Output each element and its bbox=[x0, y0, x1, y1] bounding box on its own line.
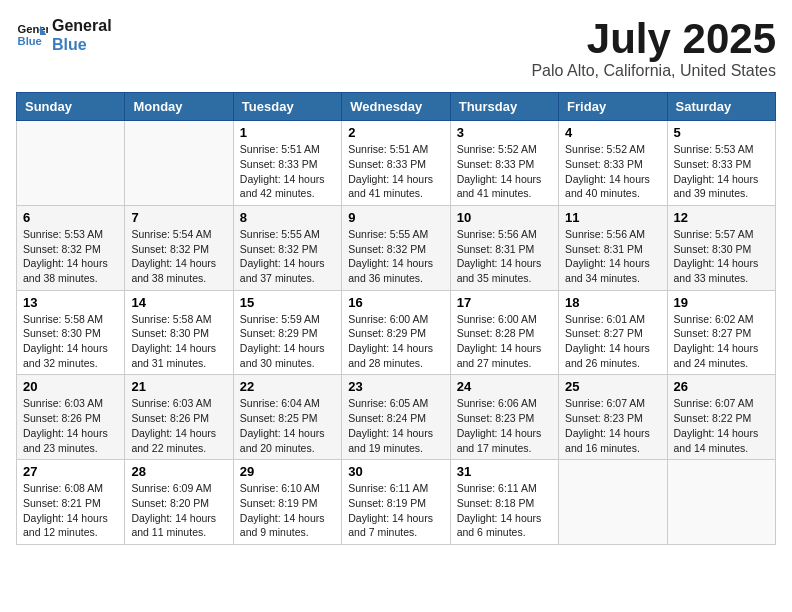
day-info: Sunrise: 6:07 AM Sunset: 8:22 PM Dayligh… bbox=[674, 396, 769, 455]
calendar-table: SundayMondayTuesdayWednesdayThursdayFrid… bbox=[16, 92, 776, 545]
day-header-tuesday: Tuesday bbox=[233, 93, 341, 121]
calendar-cell: 3Sunrise: 5:52 AM Sunset: 8:33 PM Daylig… bbox=[450, 121, 558, 206]
day-info: Sunrise: 6:06 AM Sunset: 8:23 PM Dayligh… bbox=[457, 396, 552, 455]
day-number: 1 bbox=[240, 125, 335, 140]
day-number: 30 bbox=[348, 464, 443, 479]
day-info: Sunrise: 5:55 AM Sunset: 8:32 PM Dayligh… bbox=[240, 227, 335, 286]
day-number: 8 bbox=[240, 210, 335, 225]
day-number: 4 bbox=[565, 125, 660, 140]
day-info: Sunrise: 6:09 AM Sunset: 8:20 PM Dayligh… bbox=[131, 481, 226, 540]
calendar-cell: 11Sunrise: 5:56 AM Sunset: 8:31 PM Dayli… bbox=[559, 205, 667, 290]
day-info: Sunrise: 6:00 AM Sunset: 8:28 PM Dayligh… bbox=[457, 312, 552, 371]
calendar-cell: 28Sunrise: 6:09 AM Sunset: 8:20 PM Dayli… bbox=[125, 460, 233, 545]
day-number: 11 bbox=[565, 210, 660, 225]
calendar-cell: 15Sunrise: 5:59 AM Sunset: 8:29 PM Dayli… bbox=[233, 290, 341, 375]
calendar-cell: 31Sunrise: 6:11 AM Sunset: 8:18 PM Dayli… bbox=[450, 460, 558, 545]
day-number: 21 bbox=[131, 379, 226, 394]
calendar-cell: 6Sunrise: 5:53 AM Sunset: 8:32 PM Daylig… bbox=[17, 205, 125, 290]
day-header-thursday: Thursday bbox=[450, 93, 558, 121]
day-info: Sunrise: 6:05 AM Sunset: 8:24 PM Dayligh… bbox=[348, 396, 443, 455]
week-row-4: 20Sunrise: 6:03 AM Sunset: 8:26 PM Dayli… bbox=[17, 375, 776, 460]
day-info: Sunrise: 5:53 AM Sunset: 8:33 PM Dayligh… bbox=[674, 142, 769, 201]
calendar-cell: 2Sunrise: 5:51 AM Sunset: 8:33 PM Daylig… bbox=[342, 121, 450, 206]
week-row-5: 27Sunrise: 6:08 AM Sunset: 8:21 PM Dayli… bbox=[17, 460, 776, 545]
day-info: Sunrise: 5:56 AM Sunset: 8:31 PM Dayligh… bbox=[565, 227, 660, 286]
day-number: 2 bbox=[348, 125, 443, 140]
day-info: Sunrise: 5:52 AM Sunset: 8:33 PM Dayligh… bbox=[565, 142, 660, 201]
day-header-wednesday: Wednesday bbox=[342, 93, 450, 121]
logo-icon: General Blue bbox=[16, 19, 48, 51]
calendar-cell: 17Sunrise: 6:00 AM Sunset: 8:28 PM Dayli… bbox=[450, 290, 558, 375]
week-row-3: 13Sunrise: 5:58 AM Sunset: 8:30 PM Dayli… bbox=[17, 290, 776, 375]
day-number: 7 bbox=[131, 210, 226, 225]
day-info: Sunrise: 5:58 AM Sunset: 8:30 PM Dayligh… bbox=[131, 312, 226, 371]
day-info: Sunrise: 5:55 AM Sunset: 8:32 PM Dayligh… bbox=[348, 227, 443, 286]
day-header-friday: Friday bbox=[559, 93, 667, 121]
day-info: Sunrise: 5:57 AM Sunset: 8:30 PM Dayligh… bbox=[674, 227, 769, 286]
calendar-header: SundayMondayTuesdayWednesdayThursdayFrid… bbox=[17, 93, 776, 121]
day-info: Sunrise: 6:01 AM Sunset: 8:27 PM Dayligh… bbox=[565, 312, 660, 371]
page-subtitle: Palo Alto, California, United States bbox=[531, 62, 776, 80]
day-info: Sunrise: 6:08 AM Sunset: 8:21 PM Dayligh… bbox=[23, 481, 118, 540]
day-number: 5 bbox=[674, 125, 769, 140]
day-header-monday: Monday bbox=[125, 93, 233, 121]
calendar-cell: 21Sunrise: 6:03 AM Sunset: 8:26 PM Dayli… bbox=[125, 375, 233, 460]
day-number: 26 bbox=[674, 379, 769, 394]
calendar-cell: 7Sunrise: 5:54 AM Sunset: 8:32 PM Daylig… bbox=[125, 205, 233, 290]
calendar-cell: 29Sunrise: 6:10 AM Sunset: 8:19 PM Dayli… bbox=[233, 460, 341, 545]
day-info: Sunrise: 5:51 AM Sunset: 8:33 PM Dayligh… bbox=[240, 142, 335, 201]
day-number: 9 bbox=[348, 210, 443, 225]
day-number: 18 bbox=[565, 295, 660, 310]
week-row-1: 1Sunrise: 5:51 AM Sunset: 8:33 PM Daylig… bbox=[17, 121, 776, 206]
day-number: 14 bbox=[131, 295, 226, 310]
week-row-2: 6Sunrise: 5:53 AM Sunset: 8:32 PM Daylig… bbox=[17, 205, 776, 290]
calendar-cell: 1Sunrise: 5:51 AM Sunset: 8:33 PM Daylig… bbox=[233, 121, 341, 206]
day-info: Sunrise: 6:04 AM Sunset: 8:25 PM Dayligh… bbox=[240, 396, 335, 455]
day-info: Sunrise: 5:54 AM Sunset: 8:32 PM Dayligh… bbox=[131, 227, 226, 286]
day-number: 13 bbox=[23, 295, 118, 310]
day-info: Sunrise: 5:53 AM Sunset: 8:32 PM Dayligh… bbox=[23, 227, 118, 286]
day-header-saturday: Saturday bbox=[667, 93, 775, 121]
day-number: 24 bbox=[457, 379, 552, 394]
day-info: Sunrise: 6:00 AM Sunset: 8:29 PM Dayligh… bbox=[348, 312, 443, 371]
day-number: 12 bbox=[674, 210, 769, 225]
page-title: July 2025 bbox=[531, 16, 776, 62]
calendar-cell: 13Sunrise: 5:58 AM Sunset: 8:30 PM Dayli… bbox=[17, 290, 125, 375]
day-info: Sunrise: 6:02 AM Sunset: 8:27 PM Dayligh… bbox=[674, 312, 769, 371]
day-info: Sunrise: 5:51 AM Sunset: 8:33 PM Dayligh… bbox=[348, 142, 443, 201]
day-number: 29 bbox=[240, 464, 335, 479]
calendar-cell: 23Sunrise: 6:05 AM Sunset: 8:24 PM Dayli… bbox=[342, 375, 450, 460]
day-number: 15 bbox=[240, 295, 335, 310]
day-number: 10 bbox=[457, 210, 552, 225]
logo: General Blue General Blue bbox=[16, 16, 112, 54]
day-number: 17 bbox=[457, 295, 552, 310]
calendar-cell: 5Sunrise: 5:53 AM Sunset: 8:33 PM Daylig… bbox=[667, 121, 775, 206]
day-number: 3 bbox=[457, 125, 552, 140]
day-number: 6 bbox=[23, 210, 118, 225]
day-info: Sunrise: 6:07 AM Sunset: 8:23 PM Dayligh… bbox=[565, 396, 660, 455]
calendar-cell: 14Sunrise: 5:58 AM Sunset: 8:30 PM Dayli… bbox=[125, 290, 233, 375]
calendar-cell bbox=[667, 460, 775, 545]
calendar-cell: 18Sunrise: 6:01 AM Sunset: 8:27 PM Dayli… bbox=[559, 290, 667, 375]
day-number: 16 bbox=[348, 295, 443, 310]
calendar-cell bbox=[559, 460, 667, 545]
calendar-cell: 4Sunrise: 5:52 AM Sunset: 8:33 PM Daylig… bbox=[559, 121, 667, 206]
day-info: Sunrise: 6:11 AM Sunset: 8:18 PM Dayligh… bbox=[457, 481, 552, 540]
calendar-cell: 24Sunrise: 6:06 AM Sunset: 8:23 PM Dayli… bbox=[450, 375, 558, 460]
calendar-body: 1Sunrise: 5:51 AM Sunset: 8:33 PM Daylig… bbox=[17, 121, 776, 545]
calendar-cell: 16Sunrise: 6:00 AM Sunset: 8:29 PM Dayli… bbox=[342, 290, 450, 375]
day-info: Sunrise: 6:10 AM Sunset: 8:19 PM Dayligh… bbox=[240, 481, 335, 540]
title-section: July 2025 Palo Alto, California, United … bbox=[531, 16, 776, 80]
day-info: Sunrise: 5:56 AM Sunset: 8:31 PM Dayligh… bbox=[457, 227, 552, 286]
day-number: 20 bbox=[23, 379, 118, 394]
logo-text-line2: Blue bbox=[52, 35, 112, 54]
day-header-sunday: Sunday bbox=[17, 93, 125, 121]
day-info: Sunrise: 5:58 AM Sunset: 8:30 PM Dayligh… bbox=[23, 312, 118, 371]
calendar-cell: 22Sunrise: 6:04 AM Sunset: 8:25 PM Dayli… bbox=[233, 375, 341, 460]
header-row: SundayMondayTuesdayWednesdayThursdayFrid… bbox=[17, 93, 776, 121]
day-info: Sunrise: 6:11 AM Sunset: 8:19 PM Dayligh… bbox=[348, 481, 443, 540]
logo-text-line1: General bbox=[52, 16, 112, 35]
svg-text:Blue: Blue bbox=[18, 35, 42, 47]
calendar-cell: 20Sunrise: 6:03 AM Sunset: 8:26 PM Dayli… bbox=[17, 375, 125, 460]
calendar-cell: 26Sunrise: 6:07 AM Sunset: 8:22 PM Dayli… bbox=[667, 375, 775, 460]
